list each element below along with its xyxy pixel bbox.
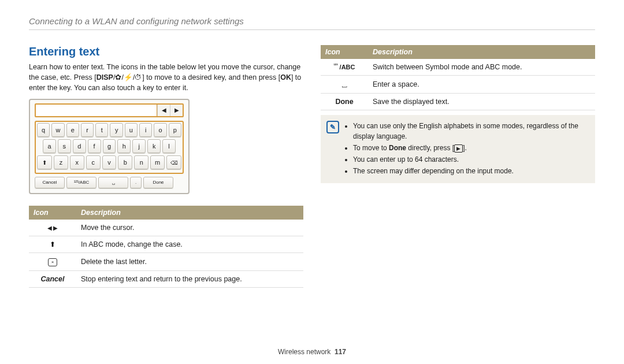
play-key-icon: ▶	[454, 144, 463, 153]
footer-page-number: 117	[335, 348, 346, 356]
intro-text-b: ] to move to a desired key, and then pre…	[142, 73, 280, 81]
key-x: x	[70, 155, 84, 169]
key-o: o	[154, 123, 166, 137]
desc-cell: Delete the last letter.	[76, 253, 303, 271]
key-n: n	[134, 155, 148, 169]
table-header-desc: Description	[76, 206, 303, 220]
keyboard-input-row: ◀ ▶	[35, 103, 184, 117]
key-dot: .	[130, 177, 142, 188]
table-row: Done Save the displayed text.	[321, 94, 595, 110]
table-header-icon: Icon	[29, 206, 76, 220]
key-cancel: Cancel	[35, 177, 65, 188]
cancel-label: Cancel	[29, 271, 76, 288]
space-icon	[342, 81, 347, 89]
ok-key-label: OK	[280, 73, 291, 81]
key-i: i	[139, 123, 152, 137]
section-title: Entering text	[29, 45, 303, 58]
note-item: The screen may differ depending on the i…	[353, 166, 588, 176]
key-a: a	[43, 139, 56, 153]
keyboard-row-3: z x c v b n m	[37, 155, 181, 169]
note-box: ✎ You can use only the English alphabets…	[321, 115, 595, 183]
key-r: r	[81, 123, 94, 137]
key-z: z	[54, 155, 68, 169]
table-header-icon: Icon	[321, 45, 368, 59]
note-text: ].	[463, 144, 467, 152]
note-item: To move to Done directly, press [▶].	[353, 143, 588, 153]
desc-cell: Enter a space.	[368, 76, 595, 94]
key-s: s	[58, 139, 71, 153]
desc-cell: Move the cursor.	[76, 220, 303, 236]
note-bold: Done	[389, 144, 406, 152]
cursor-arrows-icon	[47, 224, 58, 232]
macro-icon: ✿	[115, 73, 121, 81]
timer-icon: ⏱	[135, 73, 142, 81]
key-done: Done	[143, 177, 173, 188]
desc-cell: Switch between Symbol mode and ABC mode.	[368, 59, 595, 76]
table-row: Enter a space.	[321, 76, 595, 94]
key-p: p	[169, 123, 181, 137]
key-backspace	[166, 155, 181, 169]
keyboard-row-2: a s d f g h j k l	[37, 139, 181, 153]
intro-paragraph: Learn how to enter text. The icons in th…	[29, 62, 303, 93]
key-m: m	[150, 155, 165, 169]
note-text: To move to	[353, 144, 389, 152]
arrow-left-icon: ◀	[157, 105, 170, 116]
table-row: Cancel Stop entering text and return to …	[29, 271, 303, 288]
footer-section: Wireless network	[278, 348, 330, 356]
key-b: b	[118, 155, 132, 169]
key-shift	[37, 155, 52, 169]
key-u: u	[125, 123, 138, 137]
disp-key-label: DISP	[96, 73, 113, 81]
note-icon: ✎	[326, 121, 339, 133]
keyboard-illustration: ◀ ▶ q w e r t y u i o p a	[29, 99, 190, 194]
done-label: Done	[321, 94, 368, 110]
note-item: You can enter up to 64 characters.	[353, 154, 588, 165]
key-j: j	[132, 139, 146, 153]
table-row: Delete the last letter.	[29, 253, 303, 271]
table-row: Move the cursor.	[29, 220, 303, 236]
key-c: c	[86, 155, 101, 169]
desc-cell: In ABC mode, change the case.	[76, 236, 303, 253]
key-k: k	[147, 139, 161, 153]
flash-icon: ⚡	[124, 73, 133, 81]
keyboard-keys-highlight: q w e r t y u i o p a s d f g h	[35, 121, 184, 174]
table-row: ¹²³ /ABC Switch between Symbol mode and …	[321, 59, 595, 76]
shift-icon	[50, 240, 55, 248]
key-g: g	[103, 139, 116, 153]
keyboard-text-field	[36, 105, 157, 116]
note-item: You can use only the English alphabets i…	[353, 121, 588, 142]
key-y: y	[110, 123, 122, 137]
keyboard-cursor-arrows: ◀ ▶	[157, 105, 183, 116]
key-space	[98, 177, 128, 188]
key-mode: ¹²³/ABC	[66, 177, 96, 188]
icon-description-table-right: Icon Description ¹²³ /ABC Switch between…	[321, 45, 595, 110]
arrow-right-icon: ▶	[170, 105, 183, 116]
desc-cell: Save the displayed text.	[368, 94, 595, 110]
keyboard-row-1: q w e r t y u i o p	[37, 123, 181, 137]
key-t: t	[95, 123, 108, 137]
key-q: q	[37, 123, 50, 137]
key-v: v	[102, 155, 117, 169]
key-e: e	[66, 123, 79, 137]
content-columns: Entering text Learn how to enter text. T…	[29, 45, 595, 288]
keyboard-bottom-row: Cancel ¹²³/ABC . Done	[35, 177, 184, 188]
key-l: l	[162, 139, 176, 153]
delete-icon	[48, 258, 58, 266]
table-row: In ABC mode, change the case.	[29, 236, 303, 253]
key-w: w	[51, 123, 64, 137]
desc-cell: Stop entering text and return to the pre…	[76, 271, 303, 288]
icon-description-table-left: Icon Description Move the cursor. In ABC…	[29, 206, 303, 288]
table-header-desc: Description	[368, 45, 595, 59]
mode-icon: ¹²³ /ABC	[321, 59, 368, 76]
left-column: Entering text Learn how to enter text. T…	[29, 45, 303, 288]
breadcrumb: Connecting to a WLAN and configuring net…	[29, 16, 595, 30]
key-d: d	[73, 139, 86, 153]
right-column: Icon Description ¹²³ /ABC Switch between…	[321, 45, 595, 288]
note-list: You can use only the English alphabets i…	[345, 121, 588, 177]
page-footer: Wireless network 117	[0, 348, 624, 356]
note-text: directly, press [	[406, 144, 454, 152]
key-f: f	[88, 139, 101, 153]
key-h: h	[117, 139, 131, 153]
